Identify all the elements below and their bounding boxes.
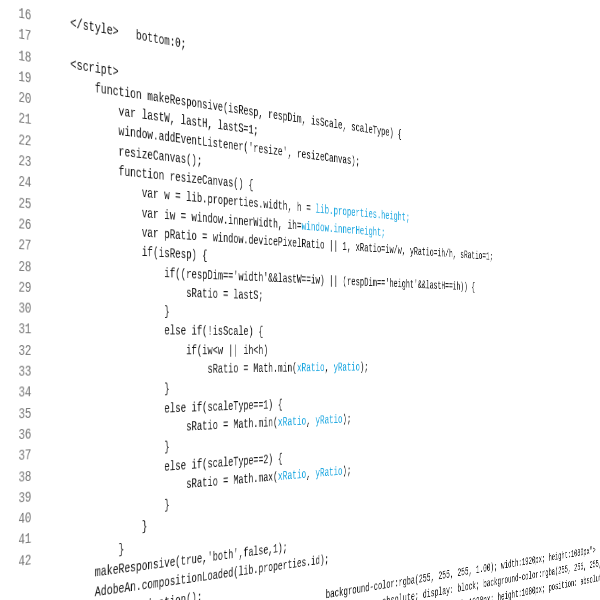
- line-number: 35: [0, 403, 45, 426]
- line-number: 28: [0, 256, 45, 279]
- line-text: else if(!isScale) {: [45, 320, 263, 342]
- line-number: 26: [0, 213, 45, 237]
- line-number: 31: [0, 319, 45, 340]
- line-number: 30: [0, 298, 45, 320]
- line-number: 36: [0, 424, 45, 447]
- line-number: 27: [0, 234, 45, 258]
- line-number: 34: [0, 382, 45, 404]
- code-block: 16 </style> bottom:0;1718 <script>19 fun…: [0, 0, 592, 600]
- line-number: 32: [0, 341, 45, 362]
- line-number: 33: [0, 362, 45, 384]
- line-text: if(iw<w || ih<h): [45, 341, 268, 362]
- line-text: }: [45, 299, 170, 322]
- code-viewport: 16 </style> bottom:0;1718 <script>19 fun…: [0, 0, 600, 600]
- line-number: [0, 583, 45, 589]
- line-number: 29: [0, 277, 45, 300]
